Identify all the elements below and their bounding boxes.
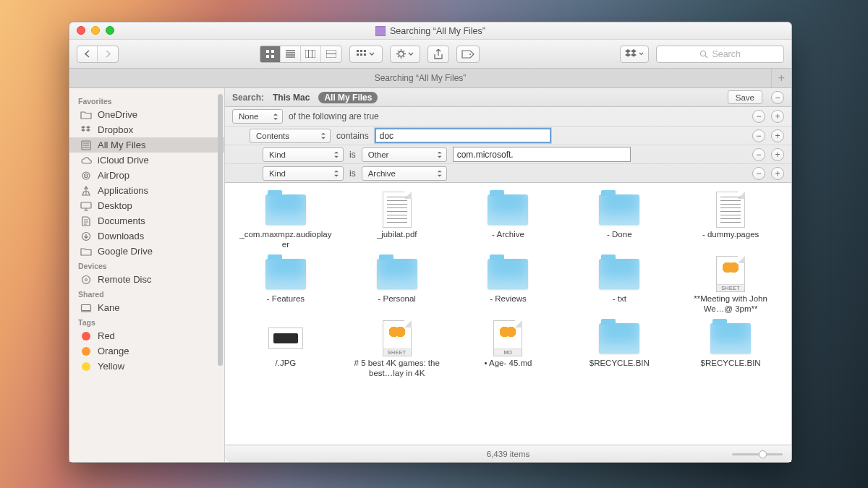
sidebar-section-label: Shared <box>69 287 224 300</box>
nav-buttons <box>77 46 119 63</box>
result-item[interactable]: SHEET**Meeting with John We…@ 3pm** <box>677 257 784 314</box>
result-item[interactable]: - Done <box>566 193 673 250</box>
sidebar-item-airdrop[interactable]: AirDrop <box>69 168 224 183</box>
jpg-icon <box>264 322 307 355</box>
coverflow-view-button[interactable] <box>321 46 341 62</box>
result-label: - Features <box>267 294 305 304</box>
criteria-add-2[interactable]: + <box>771 148 784 161</box>
result-label: - Personal <box>378 294 415 304</box>
dropbox-toolbar-button[interactable] <box>620 46 649 63</box>
criteria-attr-3[interactable]: Kind <box>263 166 344 181</box>
status-bar: 6,439 items <box>225 445 791 462</box>
criteria-kind-3[interactable]: Archive <box>362 166 447 181</box>
folder-icon <box>597 322 641 355</box>
criteria-add-0[interactable]: + <box>771 110 784 123</box>
action-button[interactable] <box>390 46 420 63</box>
result-item[interactable]: $RECYCLE.BIN <box>677 322 784 379</box>
sidebar-scrollbar[interactable] <box>217 94 223 456</box>
criteria-kind-2[interactable]: Other <box>362 147 447 162</box>
sidebar-item-all-my-files[interactable]: All My Files <box>69 137 224 153</box>
folder-icon <box>486 257 529 291</box>
sidebar-item-google-drive[interactable]: Google Drive <box>69 244 224 259</box>
minimize-button[interactable] <box>91 26 100 35</box>
sidebar-item-label: Dropbox <box>98 124 133 135</box>
criteria-value-2[interactable] <box>453 147 631 162</box>
result-item[interactable]: $RECYCLE.BIN <box>566 322 673 379</box>
result-item[interactable]: - Archive <box>455 193 562 250</box>
sidebar-item-downloads[interactable]: Downloads <box>69 228 224 244</box>
criteria-op-2: is <box>349 150 356 160</box>
sidebar-item-label: Orange <box>98 346 129 356</box>
zoom-slider[interactable] <box>732 450 783 458</box>
criteria-attr-0[interactable]: None <box>232 109 283 124</box>
sidebar-item-applications[interactable]: Applications <box>69 183 224 198</box>
list-view-button[interactable] <box>281 46 301 62</box>
window-title: Searching “All My Files” <box>375 26 485 36</box>
svg-point-12 <box>399 51 404 56</box>
result-item[interactable]: - Personal <box>344 257 451 314</box>
criteria-attr-1[interactable]: Contents <box>250 129 331 143</box>
tags-button[interactable] <box>456 46 480 63</box>
sidebar-item-documents[interactable]: Documents <box>69 213 224 228</box>
result-item[interactable]: SHEET# 5 best 4K games: the best…lay in … <box>344 322 451 379</box>
maximize-button[interactable] <box>106 26 114 35</box>
sidebar: FavoritesOneDriveDropboxAll My FilesiClo… <box>69 88 225 462</box>
svg-rect-4 <box>305 50 315 58</box>
criteria-remove-0[interactable]: − <box>752 110 765 123</box>
sheet-icon: SHEET <box>375 322 419 355</box>
criteria-add-3[interactable]: + <box>771 167 784 180</box>
result-item[interactable]: - txt <box>566 257 673 314</box>
result-item[interactable]: /.JPG <box>232 322 339 379</box>
remove-scope-button[interactable]: − <box>771 91 784 104</box>
sidebar-item-remote-disc[interactable]: Remote Disc <box>69 272 224 287</box>
icon-view-button[interactable] <box>260 46 281 62</box>
sidebar-item-desktop[interactable]: Desktop <box>69 198 224 213</box>
scope-this-mac[interactable]: This Mac <box>273 93 310 103</box>
sidebar-item-label: All My Files <box>98 140 145 150</box>
sidebar-item-label: AirDrop <box>98 170 129 181</box>
back-button[interactable] <box>77 46 98 62</box>
sidebar-item-onedrive[interactable]: OneDrive <box>69 107 224 122</box>
titlebar[interactable]: Searching “All My Files” <box>69 22 791 40</box>
column-view-button[interactable] <box>301 46 321 62</box>
doc-icon <box>709 193 752 226</box>
new-tab-button[interactable]: + <box>771 69 791 87</box>
criteria-remove-3[interactable]: − <box>752 167 765 180</box>
sidebar-item-yellow[interactable]: Yellow <box>69 359 224 374</box>
results-area[interactable]: _com.maxmpz.audioplayer_jubilat.pdf- Arc… <box>225 183 791 445</box>
criteria-row-2: Kind is Other − + <box>225 145 791 163</box>
result-item[interactable]: - Reviews <box>455 257 562 314</box>
apps-icon <box>80 185 92 196</box>
criteria-remove-2[interactable]: − <box>752 148 765 161</box>
sidebar-item-orange[interactable]: Orange <box>69 343 224 359</box>
criteria-add-1[interactable]: + <box>771 129 784 142</box>
forward-button[interactable] <box>98 46 118 62</box>
smartfolder-icon <box>375 26 386 36</box>
result-item[interactable]: _com.maxmpz.audioplayer <box>232 193 339 250</box>
save-search-button[interactable]: Save <box>728 90 762 104</box>
search-field[interactable]: Search <box>656 46 784 63</box>
folder-icon <box>486 193 529 226</box>
arrange-button[interactable] <box>349 46 383 63</box>
sidebar-item-dropbox[interactable]: Dropbox <box>69 122 224 137</box>
sidebar-item-label: Desktop <box>98 200 132 211</box>
tab-searching[interactable]: Searching “All My Files” <box>69 69 771 87</box>
sidebar-item-label: Yellow <box>98 361 124 372</box>
close-button[interactable] <box>77 26 85 35</box>
criteria-remove-1[interactable]: − <box>752 129 765 142</box>
scope-all-my-files[interactable]: All My Files <box>318 92 378 103</box>
sidebar-item-kane[interactable]: Kane <box>69 300 224 315</box>
sidebar-item-red[interactable]: Red <box>69 328 224 343</box>
result-label: $RECYCLE.BIN <box>701 358 761 368</box>
share-button[interactable] <box>427 46 449 63</box>
result-item[interactable]: MD• Age- 45.md <box>455 322 562 379</box>
criteria-attr-2[interactable]: Kind <box>263 147 344 162</box>
result-item[interactable]: _jubilat.pdf <box>344 193 451 250</box>
criteria-value-1[interactable] <box>375 128 551 143</box>
result-label: /.JPG <box>276 358 297 368</box>
disc-icon <box>80 274 92 285</box>
sidebar-item-icloud-drive[interactable]: iCloud Drive <box>69 153 224 168</box>
svg-rect-6 <box>357 50 359 52</box>
result-item[interactable]: - dummy.pages <box>677 193 784 250</box>
result-item[interactable]: - Features <box>232 257 339 314</box>
